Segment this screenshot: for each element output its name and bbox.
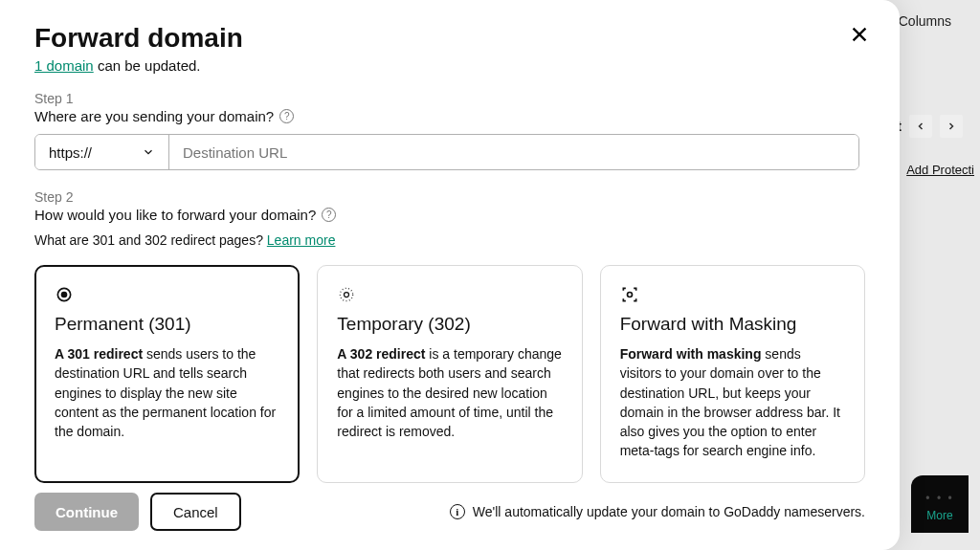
protocol-select[interactable]: https:// — [35, 135, 169, 169]
more-menu-pill[interactable]: • • • More — [911, 475, 969, 533]
add-protection-link[interactable]: Add Protecti — [906, 163, 974, 177]
destination-url-row: https:// — [34, 134, 859, 170]
info-icon: i — [450, 504, 465, 519]
option-masking[interactable]: Forward with Masking Forward with maskin… — [600, 265, 865, 483]
step1-label: Step 1 — [34, 91, 865, 106]
step2-question-text: How would you like to forward your domai… — [34, 207, 316, 223]
more-label: More — [926, 509, 952, 522]
card-desc: Forward with masking sends visitors to y… — [620, 344, 845, 461]
pager-prev-button[interactable] — [909, 115, 932, 138]
protocol-value: https:// — [49, 144, 92, 161]
pager-next-button[interactable] — [940, 115, 963, 138]
redirect-help-line: What are 301 and 302 redirect pages? Lea… — [34, 232, 865, 248]
continue-button[interactable]: Continue — [34, 493, 139, 531]
modal-title: Forward domain — [34, 23, 865, 54]
card-desc: A 301 redirect sends users to the destin… — [55, 344, 279, 441]
step2-question: How would you like to forward your domai… — [34, 207, 336, 223]
card-title: Forward with Masking — [620, 314, 845, 335]
svg-point-3 — [62, 293, 67, 297]
help-icon[interactable]: ? — [279, 109, 294, 123]
help-icon[interactable]: ? — [322, 208, 336, 222]
step2-label: Step 2 — [34, 189, 865, 205]
forward-type-options: Permanent (301) A 301 redirect sends use… — [34, 265, 865, 483]
forward-domain-modal: Forward domain 1 domain can be updated. … — [0, 0, 900, 550]
subtitle-rest: can be updated. — [94, 57, 201, 74]
sun-icon — [337, 283, 562, 306]
destination-url-input[interactable] — [169, 135, 858, 169]
modal-footer: Continue Cancel i We'll automatically up… — [34, 493, 865, 531]
step1-question: Where are you sending your domain? ? — [34, 108, 294, 124]
card-title: Temporary (302) — [337, 314, 562, 335]
learn-more-link[interactable]: Learn more — [267, 232, 336, 248]
redirect-help-text: What are 301 and 302 redirect pages? — [34, 232, 267, 248]
svg-point-6 — [627, 293, 632, 297]
card-desc: A 302 redirect is a temporary change tha… — [337, 344, 562, 441]
columns-label: Columns — [899, 13, 951, 29]
target-icon — [55, 283, 279, 306]
close-button[interactable] — [846, 21, 873, 48]
page-root: Columns Prot Add Protecti • • • More For… — [0, 0, 980, 550]
domain-count-link[interactable]: 1 domain — [34, 57, 94, 74]
svg-point-4 — [345, 293, 349, 297]
cancel-button[interactable]: Cancel — [150, 493, 241, 531]
modal-subtitle: 1 domain can be updated. — [34, 57, 865, 74]
step1-question-text: Where are you sending your domain? — [34, 108, 274, 124]
scan-icon — [620, 283, 845, 306]
card-title: Permanent (301) — [55, 314, 279, 335]
svg-point-5 — [341, 288, 353, 300]
nameserver-note: i We'll automatically update your domain… — [450, 504, 865, 519]
nameserver-note-text: We'll automatically update your domain t… — [473, 504, 865, 519]
option-permanent-301[interactable]: Permanent (301) A 301 redirect sends use… — [34, 265, 300, 483]
option-temporary-302[interactable]: Temporary (302) A 302 redirect is a temp… — [317, 265, 582, 483]
more-dots-icon: • • • — [925, 492, 953, 505]
